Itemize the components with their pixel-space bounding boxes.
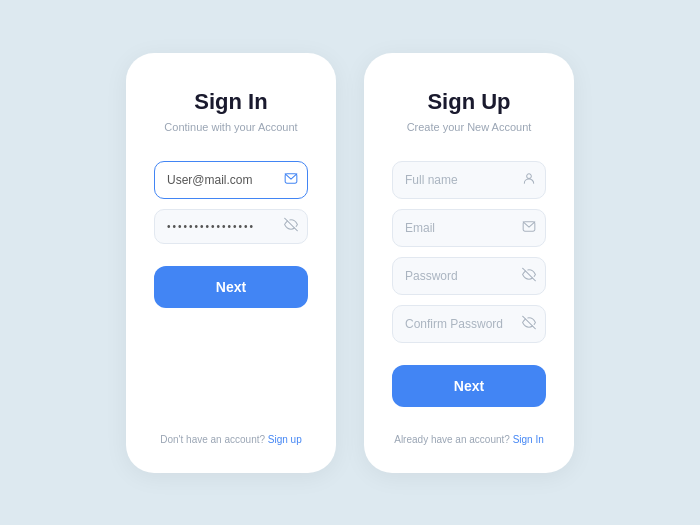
- sign-in-subtitle: Continue with your Account: [164, 121, 297, 133]
- sign-in-email-input[interactable]: [154, 161, 308, 199]
- sign-in-link[interactable]: Sign In: [513, 434, 544, 445]
- sign-up-form: [392, 161, 546, 343]
- signup-email-wrapper: [392, 209, 546, 247]
- cards-container: Sign In Continue with your Account: [126, 53, 574, 473]
- sign-in-footer: Don't have an account? Sign up: [160, 414, 301, 445]
- sign-up-card: Sign Up Create your New Account: [364, 53, 574, 473]
- sign-up-footer: Already have an account? Sign In: [394, 414, 544, 445]
- signup-password-input[interactable]: [392, 257, 546, 295]
- sign-up-next-button[interactable]: Next: [392, 365, 546, 407]
- sign-in-card: Sign In Continue with your Account: [126, 53, 336, 473]
- sign-up-link[interactable]: Sign up: [268, 434, 302, 445]
- sign-up-title: Sign Up: [427, 89, 510, 115]
- fullname-input[interactable]: [392, 161, 546, 199]
- fullname-wrapper: [392, 161, 546, 199]
- sign-up-subtitle: Create your New Account: [407, 121, 532, 133]
- email-wrapper: [154, 161, 308, 199]
- confirm-password-wrapper: [392, 305, 546, 343]
- sign-in-password-input[interactable]: [154, 209, 308, 244]
- signup-password-wrapper: [392, 257, 546, 295]
- sign-in-next-button[interactable]: Next: [154, 266, 308, 308]
- confirm-password-input[interactable]: [392, 305, 546, 343]
- signup-email-input[interactable]: [392, 209, 546, 247]
- sign-in-title: Sign In: [194, 89, 267, 115]
- sign-in-form: [154, 161, 308, 244]
- password-wrapper: [154, 209, 308, 244]
